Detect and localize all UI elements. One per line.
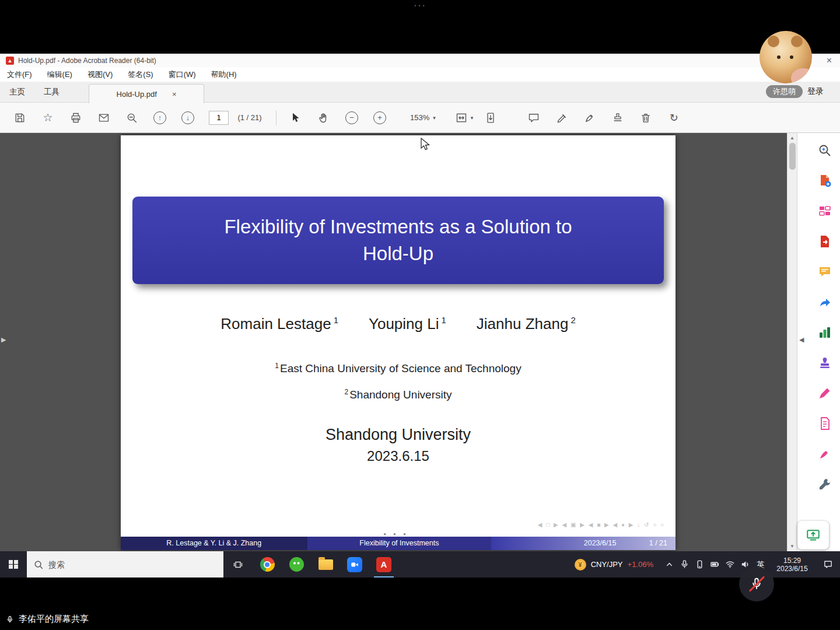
search-input[interactable] bbox=[48, 560, 223, 569]
taskbar-file-explorer[interactable] bbox=[311, 551, 340, 578]
zoom-in-button[interactable]: + bbox=[366, 107, 394, 129]
taskbar-chrome[interactable] bbox=[253, 551, 282, 578]
page-number-input[interactable] bbox=[209, 111, 229, 125]
search-zoom-tool[interactable] bbox=[817, 142, 833, 159]
fill-sign-tool[interactable] bbox=[817, 446, 833, 462]
tray-microphone[interactable] bbox=[677, 551, 692, 578]
tab-tools[interactable]: 工具 bbox=[34, 87, 69, 97]
action-center-button[interactable] bbox=[816, 551, 840, 578]
start-button[interactable] bbox=[0, 551, 27, 578]
next-page-button[interactable]: ↓ bbox=[174, 107, 202, 129]
tools-pane-collapse-button[interactable]: ◀ bbox=[799, 336, 804, 344]
select-arrow-icon bbox=[290, 112, 302, 124]
tools-pane-icons bbox=[797, 133, 840, 492]
excel-columns-icon bbox=[818, 326, 832, 340]
acrobat-taskbar-icon: A bbox=[376, 557, 391, 572]
save-button[interactable] bbox=[6, 107, 34, 129]
taskbar-wechat[interactable] bbox=[282, 551, 311, 578]
organize-pages-tool[interactable] bbox=[817, 203, 833, 219]
slide-title-line1: Flexibility of Investments as a Solution… bbox=[224, 214, 572, 240]
stamp-tool[interactable] bbox=[817, 355, 833, 371]
beamer-navigation-symbols[interactable]: ◀ □ ▶ ◀ ▣ ▶ ◀ ■ ▶ ◀ ● ▶ ↓ ↺ ○ ○ bbox=[538, 522, 665, 528]
fit-width-icon bbox=[456, 112, 467, 124]
fit-page-dropdown[interactable]: ▾ bbox=[452, 112, 477, 124]
menu-file[interactable]: 文件(F) bbox=[7, 69, 32, 80]
magnifier-minus-icon bbox=[126, 112, 138, 124]
export-pdf-tool[interactable] bbox=[817, 233, 833, 250]
comment-button[interactable] bbox=[520, 107, 548, 129]
pencil-icon bbox=[818, 386, 832, 400]
more-tools[interactable] bbox=[817, 476, 833, 492]
export-excel-tool[interactable] bbox=[817, 324, 833, 341]
measure-tool[interactable] bbox=[817, 385, 833, 401]
create-pdf-tool[interactable] bbox=[817, 173, 833, 189]
banner-microphone-icon bbox=[6, 615, 14, 624]
scrolling-mode-button[interactable] bbox=[477, 107, 505, 129]
navigation-pane-expand-button[interactable]: ▶ bbox=[0, 334, 7, 346]
notification-icon bbox=[823, 559, 833, 569]
author-2: Youping Li1 bbox=[369, 315, 446, 333]
menu-window[interactable]: 窗口(W) bbox=[169, 69, 196, 80]
share-tool[interactable] bbox=[817, 294, 833, 310]
mute-button[interactable] bbox=[739, 566, 774, 601]
stamp-tool-icon bbox=[818, 356, 832, 370]
slide-title-line2: Hold-Up bbox=[363, 240, 433, 267]
stamp-button[interactable] bbox=[604, 107, 632, 129]
scrollbar-thumb[interactable] bbox=[789, 143, 796, 170]
tray-battery[interactable] bbox=[707, 551, 722, 578]
tray-overflow-button[interactable] bbox=[662, 551, 677, 578]
vertical-scrollbar[interactable]: ▲ ▼ bbox=[787, 133, 797, 551]
slide-progress-dots: ●●● bbox=[121, 531, 676, 537]
page-outline-icon bbox=[818, 416, 832, 430]
print-button[interactable] bbox=[62, 107, 90, 129]
select-tool-button[interactable] bbox=[282, 107, 310, 129]
tab-home[interactable]: 主页 bbox=[0, 87, 34, 97]
tray-device[interactable] bbox=[692, 551, 707, 578]
sign-in-button[interactable]: 登录 bbox=[807, 86, 824, 97]
rotate-button[interactable]: ↻ bbox=[660, 107, 688, 129]
taskbar-meeting-app[interactable] bbox=[340, 551, 369, 578]
clock-date: 2023/6/15 bbox=[769, 565, 816, 573]
organize-pages-icon bbox=[818, 204, 832, 218]
email-button[interactable] bbox=[90, 107, 118, 129]
scroll-down-icon[interactable]: ▼ bbox=[790, 541, 794, 551]
chevron-down-icon: ▾ bbox=[433, 115, 436, 121]
search-button[interactable] bbox=[118, 107, 146, 129]
news-stock-widget[interactable]: ¥ CNY/JPY +1.06% bbox=[566, 551, 662, 578]
taskbar-search[interactable] bbox=[27, 551, 223, 578]
menu-help[interactable]: 帮助(H) bbox=[211, 69, 237, 80]
save-icon bbox=[14, 112, 26, 124]
comment-bubble-icon bbox=[528, 112, 540, 124]
hand-tool-button[interactable] bbox=[310, 107, 338, 129]
comment-tool[interactable] bbox=[817, 264, 833, 280]
tray-network[interactable] bbox=[722, 551, 737, 578]
stamp-icon bbox=[612, 112, 624, 124]
favorite-button[interactable]: ☆ bbox=[34, 107, 62, 129]
document-tab[interactable]: Hold-Up.pdf × bbox=[89, 84, 204, 103]
previous-page-button[interactable]: ↑ bbox=[146, 107, 174, 129]
menu-edit[interactable]: 编辑(E) bbox=[47, 69, 72, 80]
sign-pen-button[interactable] bbox=[576, 107, 604, 129]
delete-button[interactable] bbox=[632, 107, 660, 129]
highlight-button[interactable] bbox=[548, 107, 576, 129]
more-pages-tool[interactable] bbox=[817, 415, 833, 432]
microphone-icon bbox=[680, 559, 690, 569]
zoom-level-dropdown[interactable]: 153% ▾ bbox=[407, 113, 439, 122]
author-3: Jianhu Zhang2 bbox=[477, 315, 576, 333]
tools-pane: ◀ bbox=[797, 133, 840, 551]
webcam-avatar[interactable] bbox=[760, 31, 812, 83]
conference-menu-dots[interactable]: ••• bbox=[407, 3, 434, 9]
zoom-out-button[interactable]: − bbox=[338, 107, 366, 129]
scroll-up-icon[interactable]: ▲ bbox=[790, 133, 794, 143]
document-tab-close-icon[interactable]: × bbox=[172, 90, 177, 99]
footline-date-page: 2023/6/15 1 / 21 bbox=[491, 537, 676, 550]
taskbar-clock[interactable]: 15:29 2023/6/15 bbox=[769, 556, 816, 573]
page-down-icon: ↓ bbox=[181, 111, 194, 124]
menu-view[interactable]: 视图(V) bbox=[88, 69, 113, 80]
task-view-button[interactable] bbox=[223, 551, 253, 578]
screen-share-widget[interactable] bbox=[797, 521, 829, 550]
taskbar-acrobat[interactable]: A bbox=[369, 551, 398, 578]
printer-icon bbox=[70, 112, 82, 124]
window-close-button[interactable]: × bbox=[824, 56, 834, 65]
menu-sign[interactable]: 签名(S) bbox=[128, 69, 153, 80]
